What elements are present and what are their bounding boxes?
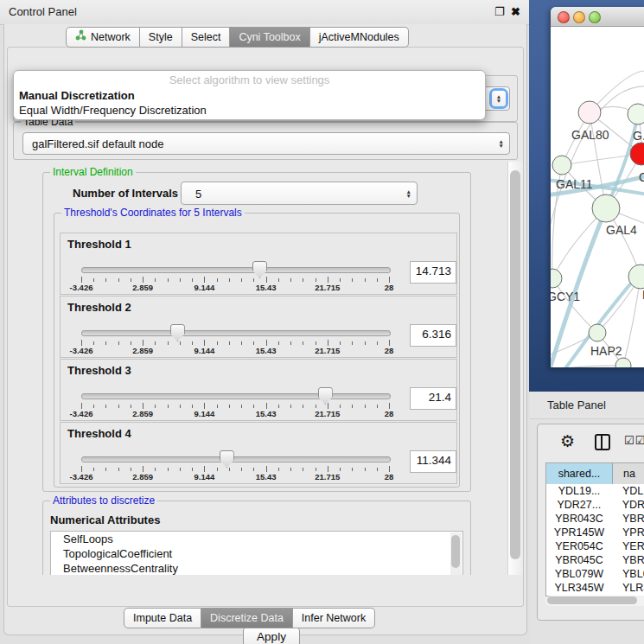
combobox-arrows-icon[interactable]: ▲▼ [492, 91, 506, 106]
threshold-slider-track[interactable] [81, 267, 391, 273]
tick-mark [105, 341, 106, 345]
float-window-icon[interactable]: ❐ [494, 5, 505, 18]
vertical-scrollbar[interactable] [507, 162, 523, 575]
table-body: YDL19...YDL1YDR27...YDR2YBR043CYBR0YPR14… [546, 484, 644, 596]
network-view-window[interactable]: GAL80G.CGAL11GAL4GCY1HHAP2 [551, 7, 644, 367]
network-node-gal11[interactable] [552, 156, 571, 175]
tab-style[interactable]: Style [140, 27, 182, 48]
network-node-g[interactable] [628, 104, 644, 124]
cell-name: YBL0 [612, 567, 644, 581]
table-row[interactable]: YPR145WYPR1 [546, 526, 644, 539]
tick-label: -3.426 [70, 283, 93, 292]
column-header-shared-name[interactable]: shared... [546, 463, 613, 484]
tick-mark [278, 278, 279, 282]
table-row[interactable]: YLR345WYLR3 [546, 581, 644, 595]
attribute-item-selfloops[interactable]: SelfLoops [51, 532, 462, 546]
horizontal-scrollbar[interactable] [545, 596, 644, 606]
table-data-combobox[interactable]: galFiltered.sif default node ▲▼ [22, 132, 510, 155]
threshold-4-box: Threshold 4-3.4262.8599.14415.4321.71528… [60, 422, 457, 484]
list-scrollbar[interactable] [450, 532, 462, 575]
threshold-slider-thumb[interactable] [318, 387, 333, 405]
table-row[interactable]: YDR27...YDR2 [546, 498, 644, 512]
tab-jactivemnodules[interactable]: jActiveMNodules [310, 27, 409, 48]
tick-mark [105, 468, 106, 471]
tab-select[interactable]: Select [182, 27, 231, 48]
tick-mark [81, 466, 82, 472]
tick-mark [155, 278, 156, 282]
threshold-slider-thumb[interactable] [252, 261, 267, 278]
network-canvas[interactable]: GAL80G.CGAL11GAL4GCY1HHAP2 [551, 26, 644, 367]
tick-mark [278, 341, 279, 345]
threshold-slider-track[interactable] [81, 393, 391, 399]
horizontal-scrollbar-thumb[interactable] [547, 596, 637, 604]
tab-label: Style [149, 28, 173, 47]
close-icon[interactable]: ✖ [511, 5, 520, 18]
threshold-value-field[interactable]: 11.344 [410, 450, 456, 473]
tick-mark [389, 466, 390, 472]
network-node-hap2[interactable] [589, 324, 606, 341]
tab-label: Network [91, 28, 131, 47]
tab-network[interactable]: Network [66, 27, 140, 48]
select-columns-checkboxes-icon[interactable]: ☑☑ [624, 434, 644, 447]
network-node[interactable] [615, 358, 631, 367]
tab-infer-network[interactable]: Infer Network [293, 608, 375, 628]
network-node-gal80[interactable] [578, 101, 601, 124]
network-node-gal4[interactable] [592, 194, 620, 222]
threshold-slider-thumb[interactable] [170, 324, 185, 341]
cell-name: YDL1 [612, 484, 644, 498]
threshold-value-field[interactable]: 6.316 [410, 324, 456, 347]
tick-label: 15.43 [256, 409, 277, 418]
tick-mark [143, 277, 143, 283]
tab-label: Discretize Data [210, 609, 284, 628]
vertical-scrollbar-thumb[interactable] [510, 170, 520, 559]
attribute-item-topologicalcoefficient[interactable]: TopologicalCoefficient [51, 546, 462, 561]
thresholds-coordinates-group: Threshold's Coordinates for 5 Intervals … [54, 213, 460, 488]
attributes-group-title: Attributes to discretize [50, 494, 157, 507]
numerical-attributes-list[interactable]: SelfLoopsTopologicalCoefficientBetweenne… [50, 531, 463, 575]
table-row[interactable]: YBL079WYBL0 [546, 567, 644, 581]
tick-mark [168, 405, 169, 408]
close-traffic-light-icon[interactable] [558, 11, 570, 23]
tick-mark [266, 340, 267, 346]
apply-button[interactable]: Apply [243, 627, 300, 644]
dropdown-item-equal-width-frequency[interactable]: Equal Width/Frequency Discretization [19, 104, 485, 117]
tick-mark [168, 341, 169, 345]
tick-mark [204, 466, 205, 472]
tick-mark [303, 278, 303, 282]
attribute-item-betweennesscentrality[interactable]: BetweennessCentrality [51, 561, 462, 575]
node-label: GCY1 [551, 290, 580, 303]
cell-name: YPR1 [612, 526, 644, 539]
network-edge[interactable] [551, 366, 623, 367]
number-of-intervals-combobox[interactable]: 5 ▲▼ [181, 182, 418, 205]
column-header-name[interactable]: na [613, 463, 644, 484]
threshold-slider-thumb[interactable] [220, 450, 234, 468]
tick-mark [328, 403, 328, 409]
network-window-titlebar[interactable] [551, 7, 644, 27]
threshold-value-field[interactable]: 21.4 [410, 387, 456, 410]
dropdown-item-manual-discretization[interactable]: Manual Discretization [19, 89, 485, 102]
threshold-value-field[interactable]: 14.713 [410, 261, 456, 284]
columns-icon[interactable] [595, 434, 610, 450]
tick-label: 28 [385, 409, 394, 418]
list-scrollbar-thumb[interactable] [451, 535, 460, 568]
table-row[interactable]: YER054CYER0 [546, 539, 644, 553]
network-node-gcy1[interactable] [551, 269, 562, 288]
threshold-slider-track[interactable] [81, 330, 391, 336]
tick-mark [352, 468, 353, 471]
threshold-slider-track[interactable] [81, 456, 391, 462]
tab-impute-data[interactable]: Impute Data [124, 608, 201, 628]
table-row[interactable]: YBR043CYBR0 [546, 512, 644, 526]
table-row[interactable]: YDL19...YDL1 [546, 484, 644, 498]
zoom-traffic-light-icon[interactable] [589, 11, 601, 23]
minimize-traffic-light-icon[interactable] [573, 11, 585, 23]
tab-label: Select [191, 28, 221, 47]
tick-mark [340, 405, 341, 408]
tab-cyni-toolbox[interactable]: Cyni Toolbox [230, 27, 309, 48]
gear-icon[interactable]: ⚙ [560, 431, 575, 451]
tab-discretize-data[interactable]: Discretize Data [201, 608, 293, 628]
cell-name: YBR0 [612, 553, 644, 567]
attributes-group: Attributes to discretize Numerical Attri… [42, 501, 471, 575]
tick-label: -3.426 [70, 472, 93, 481]
table-panel-title: Table Panel [547, 399, 606, 411]
table-row[interactable]: YBR045CYBR0 [546, 553, 644, 567]
